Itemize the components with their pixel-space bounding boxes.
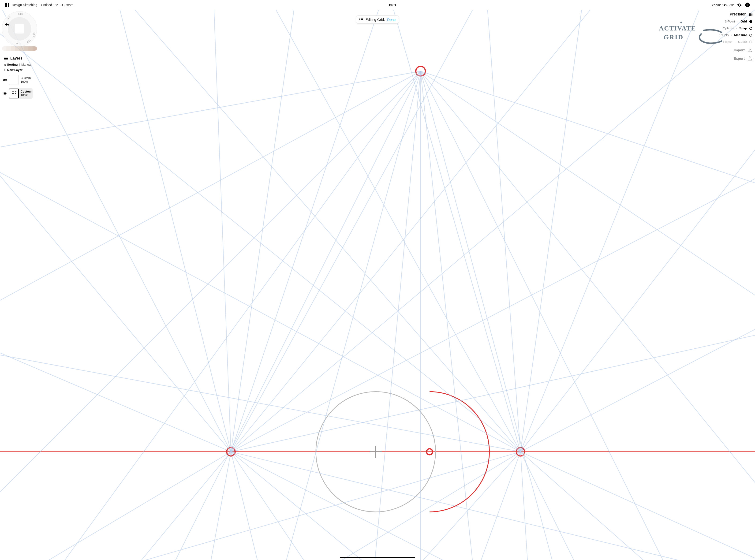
precision-row-guide[interactable]: Ellipse · Guide [719, 40, 752, 44]
svg-line-45 [0, 452, 520, 560]
svg-line-37 [520, 130, 755, 452]
import-label: Import [734, 48, 745, 52]
color-palette-strip[interactable] [2, 46, 37, 51]
svg-line-48 [0, 71, 421, 560]
svg-point-64 [4, 79, 6, 81]
svg-line-38 [520, 452, 755, 560]
svg-line-56 [421, 71, 755, 560]
new-layer-button[interactable]: + New Layer [2, 67, 42, 73]
svg-line-36 [520, 10, 755, 452]
precision-panel: Precision 3-Point · Grid Options · Snap … [719, 12, 752, 60]
grid-dots-icon [749, 13, 752, 16]
svg-line-11 [210, 10, 231, 452]
svg-line-31 [210, 10, 521, 452]
row-label: Measure [734, 33, 747, 37]
svg-line-42 [419, 452, 520, 560]
svg-line-21 [0, 452, 231, 560]
pro-badge: PRO [389, 3, 396, 7]
import-button[interactable]: Import [719, 48, 752, 52]
svg-line-24 [231, 452, 419, 560]
svg-point-65 [4, 93, 6, 94]
svg-line-28 [0, 10, 520, 452]
svg-line-34 [520, 10, 598, 452]
layer-row[interactable]: Custom 100% [2, 74, 42, 86]
layer-row[interactable]: Custom 100% [2, 87, 42, 100]
crumb-file[interactable]: Untitled 185 [41, 3, 59, 7]
row-sublabel: Options [723, 26, 734, 30]
new-layer-label: New Layer [7, 68, 22, 72]
svg-line-46 [0, 311, 520, 452]
svg-line-49 [90, 71, 421, 560]
radio-icon[interactable] [749, 20, 752, 23]
crumb-project[interactable]: Design Sketching [12, 3, 37, 7]
svg-line-25 [231, 452, 568, 560]
svg-line-12 [231, 10, 311, 452]
breadcrumb: Design Sketching › Untitled 185 › Custom [12, 3, 73, 7]
row-sublabel: 3-Point [725, 20, 735, 23]
precision-row-measure[interactable]: 1:1 pts · Measure [719, 33, 752, 37]
svg-line-41 [520, 452, 538, 560]
drawing-canvas[interactable]: ACTIVATE GRID [0, 10, 755, 560]
undo-icon[interactable] [4, 22, 10, 28]
grid-dots-icon [12, 92, 16, 96]
svg-line-54 [421, 71, 598, 560]
svg-line-30 [30, 10, 521, 452]
layer-opacity: 100% [21, 80, 31, 84]
radio-icon[interactable] [749, 34, 752, 37]
plus-icon: + [4, 68, 6, 72]
svg-line-35 [520, 10, 748, 452]
svg-line-13 [231, 10, 419, 452]
topbar: Design Sketching › Untitled 185 › Custom… [0, 0, 755, 10]
row-label: Snap [739, 26, 747, 30]
precision-row-snap[interactable]: Options · Snap [719, 26, 752, 30]
chevron-right-icon: › [39, 3, 40, 6]
radio-icon[interactable] [749, 27, 752, 30]
zoom-indicator[interactable]: Zoom: 14% ◿0° [712, 3, 734, 7]
svg-line-43 [269, 452, 520, 560]
sort-mode: Manual [21, 63, 32, 66]
eye-icon[interactable] [3, 78, 7, 82]
editing-grid-label: Editing Grid. [365, 18, 385, 22]
sort-arrows-icon: ↑↓ [4, 63, 6, 66]
svg-line-40 [520, 452, 658, 560]
layer-thumb[interactable] [9, 75, 19, 85]
svg-line-23 [231, 452, 299, 560]
svg-line-15 [231, 10, 688, 452]
brush-wheel[interactable]: 3.23 3.3 10.3 11.8 10.3 [2, 11, 37, 46]
zoom-label: Zoom: [712, 3, 721, 7]
gallery-icon[interactable] [5, 3, 9, 7]
svg-line-19 [0, 250, 231, 452]
svg-line-44 [60, 452, 520, 560]
radio-icon[interactable] [749, 41, 752, 43]
svg-line-51 [359, 71, 421, 560]
checker-icon [15, 24, 24, 34]
layer-name: Custom [21, 90, 32, 94]
layer-thumb[interactable] [9, 88, 19, 98]
svg-line-22 [179, 452, 231, 560]
layers-icon [4, 57, 8, 60]
svg-line-29 [0, 10, 520, 452]
layer-opacity: 100% [21, 94, 32, 97]
svg-line-55 [421, 71, 748, 560]
angle-icon: ◿ [729, 4, 731, 6]
layers-panel: Layers ↑↓ Sorting | Manual + New Layer C… [2, 55, 42, 100]
svg-line-58 [421, 71, 755, 311]
crumb-layer[interactable]: Custom [62, 3, 73, 7]
done-button[interactable]: Done [387, 18, 396, 22]
svg-line-18 [231, 250, 755, 452]
layers-sort[interactable]: ↑↓ Sorting | Manual [2, 62, 42, 67]
precision-row-grid[interactable]: 3-Point · Grid [719, 20, 752, 23]
precision-header[interactable]: Precision [719, 12, 752, 16]
row-sublabel: 1:1 pts [719, 33, 729, 37]
svg-line-10 [90, 10, 231, 452]
svg-line-47 [0, 71, 421, 560]
gear-icon[interactable] [737, 3, 742, 7]
eye-icon[interactable] [3, 92, 7, 96]
wheel-segment-label: 11.8 [16, 42, 21, 45]
svg-line-57 [421, 71, 755, 551]
help-icon[interactable]: ? [745, 3, 750, 7]
angle-value: 0° [731, 3, 734, 7]
export-button[interactable]: Export [719, 56, 752, 60]
layers-header[interactable]: Layers [2, 55, 42, 62]
svg-line-32 [359, 10, 520, 452]
